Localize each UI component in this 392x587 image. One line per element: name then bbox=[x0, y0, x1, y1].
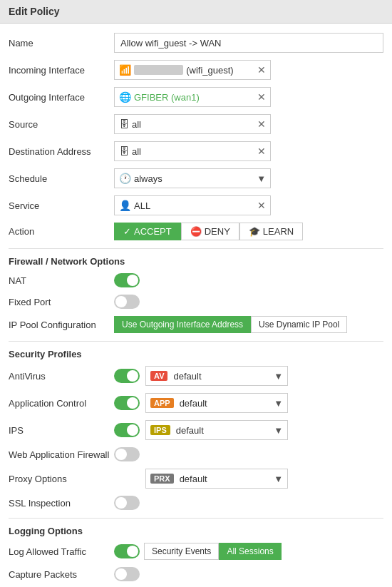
service-close[interactable]: ✕ bbox=[257, 200, 266, 211]
source-tag[interactable]: 🗄 all ✕ bbox=[114, 114, 271, 134]
ips-arrow: ▼ bbox=[274, 425, 283, 436]
ip-pool-btn1[interactable]: Use Outgoing Interface Address bbox=[114, 316, 251, 333]
app-control-label: Application Control bbox=[9, 398, 114, 409]
app-control-select[interactable]: APP default ▼ bbox=[145, 393, 288, 413]
waf-slider bbox=[114, 447, 140, 461]
accept-label: ACCEPT bbox=[134, 226, 172, 237]
action-buttons: ✓ ACCEPT ⛔ DENY 🎓 LEARN bbox=[114, 223, 303, 240]
service-value: ALL bbox=[134, 200, 252, 211]
ips-row: IPS IPS default ▼ bbox=[9, 417, 383, 444]
incoming-interface-value: (wifi_guest) bbox=[186, 65, 252, 76]
destination-close[interactable]: ✕ bbox=[257, 146, 266, 157]
schedule-value: always bbox=[134, 173, 163, 184]
incoming-interface-row: Incoming Interface 📶 ■■■■■■■■■ (wifi_gue… bbox=[9, 56, 383, 83]
av-badge: AV bbox=[150, 371, 167, 381]
ips-label: IPS bbox=[9, 425, 114, 436]
nat-label: NAT bbox=[9, 275, 114, 286]
proxy-profile: default bbox=[180, 474, 207, 484]
logging-section-title: Logging Options bbox=[9, 518, 383, 539]
proxy-select[interactable]: PRX default ▼ bbox=[145, 469, 288, 489]
security-section-title: Security Profiles bbox=[9, 341, 383, 362]
fixed-port-slider bbox=[114, 295, 140, 309]
log-buttons: Security Events All Sessions bbox=[144, 543, 282, 560]
ips-badge: IPS bbox=[150, 425, 170, 435]
antivirus-select[interactable]: AV default ▼ bbox=[145, 366, 288, 386]
name-row: Name bbox=[9, 29, 383, 56]
deny-button[interactable]: ⛔ DENY bbox=[181, 223, 239, 240]
accept-button[interactable]: ✓ ACCEPT bbox=[114, 223, 181, 240]
incoming-interface-close[interactable]: ✕ bbox=[257, 64, 266, 76]
destination-tag[interactable]: 🗄 all ✕ bbox=[114, 141, 271, 161]
schedule-arrow: ▼ bbox=[257, 173, 266, 184]
destination-label: Destination Address bbox=[9, 146, 114, 157]
log-allowed-toggle[interactable] bbox=[114, 544, 140, 558]
log-btn-all-sessions[interactable]: All Sessions bbox=[219, 543, 281, 560]
deny-icon: ⛔ bbox=[190, 226, 202, 237]
action-label: Action bbox=[9, 226, 114, 237]
nat-row: NAT bbox=[9, 270, 383, 291]
ips-select[interactable]: IPS default ▼ bbox=[145, 420, 288, 440]
destination-row: Destination Address 🗄 all ✕ bbox=[9, 138, 383, 165]
ip-pool-label: IP Pool Configuration bbox=[9, 320, 114, 330]
blurred-interface-name: ■■■■■■■■■ bbox=[134, 65, 183, 75]
app-control-toggle[interactable] bbox=[114, 396, 140, 410]
name-label: Name bbox=[9, 38, 114, 49]
source-value: all bbox=[132, 119, 252, 130]
proxy-row: Proxy Options PRX default ▼ bbox=[9, 465, 383, 492]
antivirus-row: AntiVirus AV default ▼ bbox=[9, 362, 383, 389]
source-close[interactable]: ✕ bbox=[257, 118, 266, 130]
incoming-interface-label: Incoming Interface bbox=[9, 65, 114, 76]
source-row: Source 🗄 all ✕ bbox=[9, 111, 383, 138]
ips-slider bbox=[114, 423, 140, 437]
schedule-label: Schedule bbox=[9, 173, 114, 184]
antivirus-toggle[interactable] bbox=[114, 369, 140, 383]
antivirus-arrow: ▼ bbox=[274, 371, 283, 382]
page-title: Edit Policy bbox=[0, 0, 392, 24]
schedule-icon: 🕐 bbox=[119, 173, 131, 184]
log-allowed-label: Log Allowed Traffic bbox=[9, 546, 114, 557]
outgoing-interface-value: GFIBER (wan1) bbox=[134, 92, 252, 103]
antivirus-label: AntiVirus bbox=[9, 371, 114, 382]
fixed-port-toggle[interactable] bbox=[114, 295, 140, 309]
globe-icon: 🌐 bbox=[119, 91, 131, 103]
capture-label: Capture Packets bbox=[9, 569, 114, 580]
ips-toggle[interactable] bbox=[114, 423, 140, 437]
capture-slider bbox=[114, 567, 140, 581]
checkmark-icon: ✓ bbox=[123, 226, 131, 237]
learn-button[interactable]: 🎓 LEARN bbox=[239, 223, 303, 240]
app-control-row: Application Control APP default ▼ bbox=[9, 389, 383, 417]
incoming-interface-tag[interactable]: 📶 ■■■■■■■■■ (wifi_guest) ✕ bbox=[114, 60, 271, 80]
ip-pool-row: IP Pool Configuration Use Outgoing Inter… bbox=[9, 312, 383, 337]
log-allowed-row: Log Allowed Traffic Security Events All … bbox=[9, 539, 383, 563]
service-tag[interactable]: 👤 ALL ✕ bbox=[114, 195, 271, 215]
fixed-port-row: Fixed Port bbox=[9, 291, 383, 312]
source-icon: 🗄 bbox=[119, 118, 129, 130]
name-input[interactable] bbox=[114, 33, 383, 53]
outgoing-interface-close[interactable]: ✕ bbox=[257, 91, 266, 103]
ssl-toggle[interactable] bbox=[114, 496, 140, 510]
ips-profile: default bbox=[176, 425, 204, 436]
capture-row: Capture Packets bbox=[9, 563, 383, 585]
firewall-section-title: Firewall / Network Options bbox=[9, 248, 383, 270]
log-allowed-slider bbox=[114, 544, 140, 558]
service-icon: 👤 bbox=[119, 200, 131, 211]
nat-toggle[interactable] bbox=[114, 273, 140, 287]
outgoing-interface-row: Outgoing Interface 🌐 GFIBER (wan1) ✕ bbox=[9, 83, 383, 111]
outgoing-interface-label: Outgoing Interface bbox=[9, 92, 114, 103]
outgoing-interface-tag[interactable]: 🌐 GFIBER (wan1) ✕ bbox=[114, 87, 271, 107]
destination-value: all bbox=[132, 146, 252, 157]
ip-pool-btn2[interactable]: Use Dynamic IP Pool bbox=[251, 316, 347, 333]
schedule-row: Schedule 🕐 always ▼ bbox=[9, 165, 383, 192]
proxy-arrow: ▼ bbox=[274, 474, 283, 484]
wifi-icon: 📶 bbox=[119, 64, 131, 76]
log-btn-security-events[interactable]: Security Events bbox=[144, 543, 219, 560]
learn-label: LEARN bbox=[263, 226, 294, 237]
ssl-slider bbox=[114, 496, 140, 510]
antivirus-profile: default bbox=[173, 371, 201, 382]
proxy-label: Proxy Options bbox=[9, 474, 114, 484]
capture-toggle[interactable] bbox=[114, 567, 140, 581]
waf-toggle[interactable] bbox=[114, 447, 140, 461]
ssl-row: SSL Inspection bbox=[9, 492, 383, 514]
learn-icon: 🎓 bbox=[249, 226, 260, 237]
schedule-select[interactable]: 🕐 always ▼ bbox=[114, 168, 271, 188]
